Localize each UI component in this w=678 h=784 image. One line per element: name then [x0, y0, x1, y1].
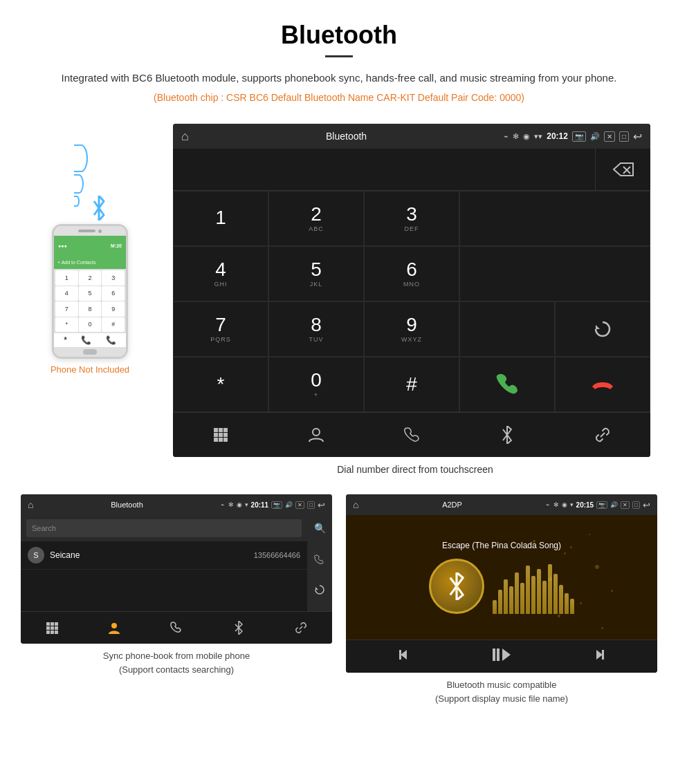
phone-key-3[interactable]: 3 — [102, 270, 125, 286]
phone-call-bar: + Add to Contacts — [54, 255, 126, 269]
dial-back-icon[interactable]: ↩ — [633, 130, 642, 143]
phone-key-hash[interactable]: # — [102, 317, 125, 333]
keypad-star[interactable]: * — [173, 357, 268, 412]
svg-point-23 — [111, 623, 117, 628]
phone-key-1[interactable]: 1 — [55, 270, 78, 286]
dial-screen-section: ⌂ Bluetooth ⌁ ✻ ◉ ▾▾ 20:12 📷 🔊 ✕ □ ↩ — [173, 124, 657, 487]
phone-key-4[interactable]: 4 — [55, 286, 78, 301]
dial-camera-icon[interactable]: 📷 — [572, 131, 586, 142]
phone-key-8[interactable]: 8 — [79, 301, 102, 317]
pb-contact-row[interactable]: S Seicane 13566664466 — [21, 541, 307, 570]
pb-nav-bluetooth[interactable] — [208, 612, 270, 644]
music-volume-icon[interactable]: 🔊 — [610, 501, 618, 508]
keypad-8-digit: 8 — [311, 315, 322, 335]
svg-rect-26 — [493, 648, 495, 661]
pb-nav-link[interactable] — [270, 612, 332, 644]
phone-key-2[interactable]: 2 — [79, 270, 102, 286]
bt-wave-large — [74, 144, 88, 172]
music-home-icon[interactable]: ⌂ — [353, 499, 358, 510]
pb-camera-icon[interactable]: 📷 — [271, 501, 282, 509]
link-nav-icon — [594, 426, 612, 444]
svg-rect-4 — [219, 428, 223, 432]
keypad-7[interactable]: 7 PQRS — [173, 301, 268, 357]
dial-caption: Dial number direct from touchscreen — [173, 464, 657, 475]
bluetooth-symbol-icon — [91, 196, 107, 221]
svg-rect-16 — [55, 622, 58, 626]
keypad-grid-icon — [212, 427, 229, 443]
pb-close-icon[interactable]: ✕ — [295, 501, 304, 509]
dial-display-row — [173, 149, 650, 191]
phone-add-contacts: + Add to Contacts — [57, 260, 95, 265]
music-equalizer — [493, 559, 574, 614]
dial-bottom-nav — [173, 412, 650, 457]
contact-letter-text: S — [33, 551, 38, 559]
pb-nav-phone[interactable] — [145, 612, 208, 644]
phone-home-button[interactable] — [83, 349, 97, 355]
pb-home-icon[interactable]: ⌂ — [28, 499, 33, 510]
pb-window-icon[interactable]: □ — [307, 501, 315, 509]
svg-rect-7 — [219, 433, 223, 437]
dial-backspace-button[interactable] — [595, 149, 650, 190]
keypad-6[interactable]: 6 MNO — [364, 246, 459, 301]
dial-window-icon[interactable]: □ — [619, 131, 629, 142]
keypad-3[interactable]: 3 DEF — [364, 191, 459, 246]
pb-reload-side-icon[interactable] — [314, 584, 325, 598]
svg-rect-17 — [46, 626, 50, 630]
keypad-5[interactable]: 5 JKL — [268, 246, 364, 301]
title-divider — [325, 55, 353, 57]
nav-contacts-button[interactable] — [268, 413, 364, 457]
phone-key-star[interactable]: * — [55, 317, 78, 333]
pb-nav-contacts[interactable] — [83, 612, 145, 644]
pb-nav-grid[interactable] — [21, 612, 83, 644]
keypad-grid-layout: 1 2 ABC 3 DEF 4 GHI 5 — [173, 191, 650, 412]
phone-key-7[interactable]: 7 — [55, 301, 78, 317]
keypad-call-button[interactable] — [459, 357, 555, 412]
keypad-4[interactable]: 4 GHI — [173, 246, 268, 301]
pb-search-field[interactable]: Search — [26, 519, 302, 537]
keypad-1[interactable]: 1 — [173, 191, 268, 246]
keypad-8[interactable]: 8 TUV — [268, 301, 364, 357]
music-play-pause-button[interactable] — [493, 647, 511, 666]
dial-time: 20:12 — [547, 131, 568, 141]
pb-grid-icon — [46, 622, 58, 634]
svg-rect-6 — [214, 433, 218, 437]
phone-key-5[interactable]: 5 — [79, 286, 102, 301]
music-controls — [346, 640, 657, 673]
nav-link-button[interactable] — [555, 413, 650, 457]
pb-phone-side-icon[interactable] — [314, 554, 325, 568]
pb-back-icon[interactable]: ↩ — [318, 500, 325, 510]
phone-key-9[interactable]: 9 — [102, 301, 125, 317]
pb-volume-icon[interactable]: 🔊 — [285, 501, 293, 508]
keypad-0[interactable]: 0 + — [268, 357, 364, 412]
dial-volume-icon[interactable]: 🔊 — [590, 132, 600, 141]
keypad-6-sub: MNO — [403, 281, 420, 288]
dial-home-icon[interactable]: ⌂ — [181, 129, 189, 144]
pb-bottom-nav — [21, 611, 332, 644]
music-close-icon[interactable]: ✕ — [621, 501, 630, 509]
phone-key-0[interactable]: 0 — [79, 317, 102, 333]
keypad-hash[interactable]: # — [364, 357, 459, 412]
keypad-redial-button[interactable] — [555, 301, 650, 357]
dial-x-icon[interactable]: ✕ — [604, 131, 615, 142]
keypad-empty-r1c4 — [459, 191, 650, 246]
pb-side-icon-area: 🔍 — [307, 515, 332, 541]
music-back-icon[interactable]: ↩ — [643, 500, 650, 510]
bt-waves — [74, 144, 88, 221]
phone-key-6[interactable]: 6 — [102, 286, 125, 301]
music-camera-icon[interactable]: 📷 — [596, 501, 607, 509]
nav-bluetooth-button[interactable] — [459, 413, 555, 457]
backspace-icon — [612, 162, 634, 177]
phone-camera-dot — [98, 230, 102, 233]
dial-wifi-icon: ▾▾ — [534, 132, 542, 141]
keypad-2[interactable]: 2 ABC — [268, 191, 364, 246]
page-title: Bluetooth — [42, 21, 636, 50]
music-prev-button[interactable] — [399, 647, 414, 666]
keypad-end-call-button[interactable] — [555, 357, 650, 412]
music-screen-title: A2DP — [363, 501, 541, 509]
nav-keypad-button[interactable] — [173, 413, 268, 457]
music-window-icon[interactable]: □ — [632, 501, 640, 509]
keypad-9[interactable]: 9 WXYZ — [364, 301, 459, 357]
music-next-button[interactable] — [589, 647, 604, 666]
nav-phone-button[interactable] — [364, 413, 459, 457]
pb-search-icon[interactable]: 🔍 — [314, 523, 326, 534]
